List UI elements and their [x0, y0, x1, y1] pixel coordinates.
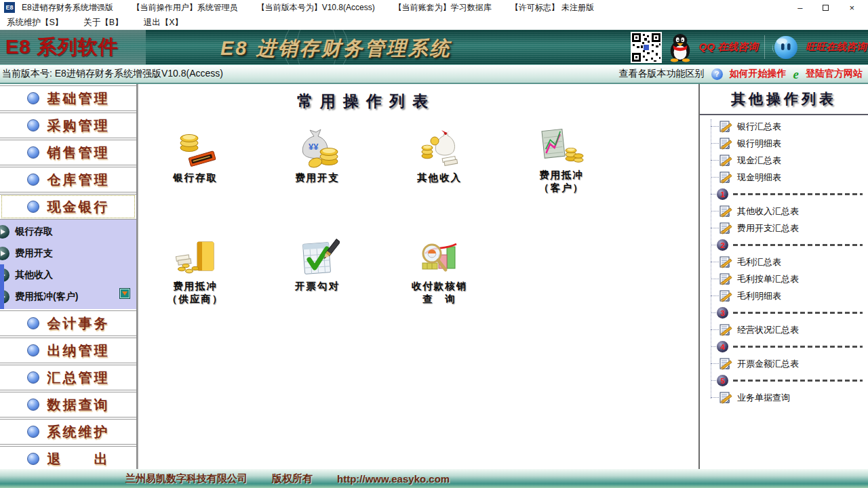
- tree-item-label: 费用开支汇总表: [737, 222, 799, 235]
- wangwang-consult-link[interactable]: 旺旺在线咨询: [806, 41, 867, 54]
- sidebar-item-label: 仓库管理: [47, 171, 110, 189]
- qr-code-icon: [631, 32, 662, 63]
- help-icon[interactable]: ?: [711, 68, 723, 80]
- submenu-item-label: 费用开支: [15, 247, 53, 260]
- report-invoice-amount-summary[interactable]: 开票金额汇总表: [700, 355, 868, 372]
- sidebar-item-label: 退 出: [47, 450, 110, 468]
- report-operation-status-summary[interactable]: 经营状况汇总表: [700, 321, 868, 338]
- sidebar-item-label: 汇总管理: [47, 369, 110, 387]
- banner: E8 系列软件 E8 进销存财务管理系统: [0, 30, 868, 65]
- sidebar-item-label: 系统维护: [47, 423, 110, 441]
- notepad-pencil-icon: [719, 323, 732, 336]
- report-bank-summary[interactable]: 银行汇总表: [700, 118, 868, 135]
- submenu-scroll-down-button[interactable]: [119, 288, 130, 299]
- report-cash-detail[interactable]: 现金明细表: [700, 169, 868, 186]
- sidebar-item-purchase-management[interactable]: 采购管理: [0, 113, 136, 138]
- business-document-query[interactable]: 业务单据查询: [700, 389, 868, 406]
- report-gross-profit-by-order[interactable]: 毛利按单汇总表: [700, 270, 868, 287]
- submenu-item-bank-deposit[interactable]: 银行存取: [0, 221, 136, 243]
- submenu-item-label: 其他收入: [15, 269, 53, 281]
- menu-about[interactable]: 关于【B】: [83, 17, 123, 28]
- official-website-link[interactable]: 登陆官方网站: [806, 68, 863, 80]
- report-other-income-summary[interactable]: 其他收入汇总表: [700, 203, 868, 220]
- license-label: 【许可标志】 未注册版: [511, 2, 594, 14]
- titlebar: E8 E8进销存财务系统增强版 【当前操作用户】系统管理员 【当前版本号为】V1…: [0, 0, 868, 15]
- notepad-pencil-icon: [719, 391, 732, 404]
- number-ball-icon: 2: [717, 239, 728, 251]
- tree-item-label: 现金汇总表: [737, 155, 781, 167]
- compare-versions-link[interactable]: 查看各版本功能区别: [619, 68, 705, 80]
- sidebar-item-exit[interactable]: 退 出: [0, 446, 136, 469]
- report-gross-profit-detail[interactable]: 毛利明细表: [700, 287, 868, 304]
- shortcut-label: 费用抵冲: [510, 169, 613, 182]
- shortcut-other-income[interactable]: 其他收入: [388, 127, 491, 184]
- sidebar-item-data-query[interactable]: 数据查询: [0, 392, 136, 418]
- sidebar-item-label: 出纳管理: [47, 342, 110, 360]
- tree-item-label: 开票金额汇总表: [737, 358, 799, 370]
- titlebar-text: E8进销存财务系统增强版 【当前操作用户】系统管理员 【当前版本号为】V10.8…: [22, 2, 594, 14]
- sidebar-item-cash-bank[interactable]: 现金银行: [0, 194, 136, 220]
- shortcut-bank-deposit[interactable]: 银行存取: [144, 127, 247, 184]
- menu-exit[interactable]: 退出【X】: [144, 17, 183, 28]
- submenu-item-label: 费用抵冲(客户): [15, 291, 78, 303]
- sidebar-item-warehouse-management[interactable]: 仓库管理: [0, 167, 136, 192]
- sidebar-item-summary-management[interactable]: 汇总管理: [0, 365, 136, 390]
- submenu-item-label: 银行存取: [15, 226, 53, 238]
- blue-orb-icon: [27, 344, 39, 357]
- restore-button[interactable]: [823, 5, 829, 11]
- submenu-item-expense[interactable]: 费用开支: [0, 243, 136, 264]
- shortcut-expense-offset-supplier[interactable]: 费用抵冲 （供应商）: [144, 239, 247, 306]
- submenu-item-expense-offset-customer[interactable]: 费用抵冲(客户): [0, 286, 136, 308]
- sidebar-item-sales-management[interactable]: 销售管理: [0, 140, 136, 165]
- how-to-start-link[interactable]: 如何开始操作: [730, 68, 787, 80]
- sidebar-item-basic-management[interactable]: 基础管理: [0, 85, 136, 111]
- number-ball-icon: 3: [717, 307, 728, 319]
- notepad-pencil-icon: [719, 289, 732, 302]
- qq-penguin-icon[interactable]: [668, 32, 692, 63]
- notepad-pencil-icon: [719, 205, 732, 218]
- invoice-check-icon: [295, 239, 340, 278]
- tree-item-label: 毛利按单汇总表: [737, 273, 799, 285]
- report-gross-profit-summary[interactable]: 毛利汇总表: [700, 253, 868, 270]
- report-bank-detail[interactable]: 银行明细表: [700, 135, 868, 152]
- dashed-divider: [733, 312, 863, 314]
- close-button[interactable]: ×: [849, 3, 854, 12]
- shortcut-label: 费用抵冲: [144, 280, 247, 293]
- sidebar-item-label: 现金银行: [47, 198, 110, 216]
- tree-item-label: 银行明细表: [737, 138, 781, 150]
- tree-separator-3: 3: [700, 304, 868, 321]
- report-cash-summary[interactable]: 现金汇总表: [700, 152, 868, 169]
- report-expense-summary[interactable]: 费用开支汇总表: [700, 220, 868, 237]
- window-title: E8进销存财务系统增强版: [22, 2, 113, 14]
- minimize-button[interactable]: –: [797, 3, 802, 12]
- tree-item-label: 经营状况汇总表: [737, 324, 799, 336]
- blue-orb-icon: [27, 146, 39, 159]
- sidebar-item-system-maintenance[interactable]: 系统维护: [0, 419, 136, 445]
- company-name: 兰州易凯数字科技有限公司: [125, 472, 248, 485]
- shortcut-expense-offset-customer[interactable]: 费用抵冲 （客户）: [510, 127, 613, 195]
- infobar: 当前版本号: E8进销存财务系统增强版V10.8(Access) 查看各版本功能…: [0, 65, 868, 84]
- number-ball-icon: 4: [717, 341, 728, 352]
- qq-consult-link[interactable]: QQ 在线咨询: [698, 41, 758, 54]
- browser-e-icon[interactable]: e: [793, 68, 799, 81]
- window-controls: – ×: [797, 3, 864, 12]
- notepad-pencil-icon: [719, 137, 732, 150]
- shortcut-payment-verify-query[interactable]: 收付款核销 查 询: [388, 239, 491, 306]
- current-version-label: 【当前版本号为】V10.8(Access): [257, 2, 375, 14]
- number-ball-icon: 1: [717, 188, 728, 200]
- submenu-item-other-income[interactable]: 其他收入: [0, 264, 136, 286]
- blue-orb-icon: [27, 92, 39, 104]
- shortcut-label: 收付款核销: [388, 280, 491, 293]
- menubar: 系统维护【S】 关于【B】 退出【X】: [0, 15, 868, 30]
- banner-links: QQ 在线咨询 旺旺在线咨询: [631, 30, 867, 64]
- wangwang-icon[interactable]: [771, 33, 800, 62]
- notepad-pencil-icon: [719, 272, 732, 285]
- shortcut-expense[interactable]: ¥¥ 费用开支: [266, 127, 369, 184]
- blue-orb-icon: [27, 174, 39, 186]
- sidebar-item-accounting[interactable]: 会计事务: [0, 310, 136, 336]
- blue-orb-icon: [27, 317, 39, 329]
- shortcut-invoice-check[interactable]: 开票勾对: [266, 239, 369, 293]
- menu-system-maintenance[interactable]: 系统维护【S】: [7, 17, 63, 28]
- sidebar-item-cashier-management[interactable]: 出纳管理: [0, 338, 136, 363]
- notepad-pencil-icon: [719, 154, 732, 167]
